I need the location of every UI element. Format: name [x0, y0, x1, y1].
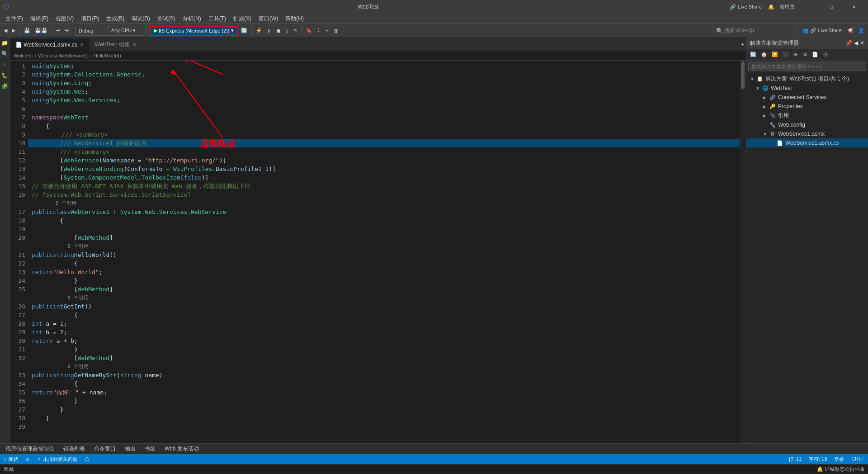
taskbar-start[interactable]: 发就	[4, 466, 14, 473]
status-errors[interactable]: ✓ 未找到相关问题	[37, 456, 78, 463]
tab-webtest-close[interactable]: ✕	[132, 42, 136, 47]
toolbar-btn-bk3[interactable]: ⤷	[323, 27, 331, 34]
close-button[interactable]: ✕	[844, 0, 864, 14]
toolbar-btn-stop[interactable]: ⏹	[274, 27, 283, 34]
sol-filter-icon[interactable]: 🔽	[770, 51, 780, 58]
menu-item-tools[interactable]: 工具(T)	[205, 14, 230, 24]
taskbar-notif[interactable]: 🔔 沪城动态公告尘曲	[817, 466, 864, 473]
send-feedback-icon[interactable]: 📢	[845, 27, 855, 34]
toolbar-btn-over[interactable]: ↷	[291, 27, 299, 34]
tab-webservice-close[interactable]: ✕	[80, 42, 84, 47]
activity-git-icon[interactable]: ⑂	[1, 61, 9, 69]
menu-item-analyze[interactable]: 分析(N)	[179, 14, 205, 24]
refresh-btn[interactable]: 🔄	[239, 27, 249, 34]
toolbar-btn-pause[interactable]: ⏸	[265, 27, 274, 34]
bottom-tab-nuget[interactable]: 程序包管理器控制台	[2, 444, 58, 454]
toolbar-btn-bk4[interactable]: 🗑	[332, 27, 340, 34]
menu-item-help[interactable]: 帮助(H)	[282, 14, 307, 24]
tree-item-properties[interactable]: ▶ 🔑 Properties	[746, 102, 868, 111]
code-line-23: return "Hello World";	[28, 268, 740, 276]
code-line-3: using System.Linq;	[28, 79, 740, 87]
breadcrumb-member[interactable]: HelloWorld()	[94, 53, 121, 58]
tab-webservice[interactable]: 📄 WebService1.asmx.cs ✕	[10, 38, 90, 51]
code-line-8: {	[28, 122, 740, 130]
tab-new-btn[interactable]: +	[740, 38, 746, 51]
toolbar-sep-6	[301, 26, 302, 35]
solution-search-input[interactable]	[748, 62, 866, 71]
manage-button[interactable]: 管理员	[778, 3, 797, 11]
tree-item-webtest[interactable]: ▼ 🌐 WebTest	[746, 84, 868, 93]
sol-collapse-icon[interactable]: ⬛	[781, 51, 791, 58]
maximize-button[interactable]: □	[821, 0, 842, 14]
tree-item-webconfig[interactable]: ▶ 🔧 Web.config	[746, 120, 868, 129]
editor-scrollbar[interactable]	[740, 61, 746, 443]
toolbar-redo-btn[interactable]: ↪	[63, 27, 71, 34]
debug-mode-dropdown[interactable]: Debug	[75, 26, 107, 36]
scrollbar-thumb[interactable]	[741, 62, 745, 89]
menu-item-project[interactable]: 项目(P)	[77, 14, 103, 24]
tree-item-webservice-asmx[interactable]: ▼ ⚙ WebService1.asmx	[746, 129, 868, 138]
notifications-icon[interactable]: 🔔	[766, 3, 776, 11]
toolbar-btn-attach[interactable]: ⚡	[254, 27, 264, 34]
sol-sync-icon[interactable]: 🔄	[748, 51, 758, 58]
breadcrumb-file[interactable]: WebTest.WebService1	[38, 53, 88, 58]
toolbar-saveall-btn[interactable]: 💾💾	[33, 27, 49, 34]
toolbar-btn-bk2[interactable]: ⤸	[315, 27, 322, 34]
status-linter-icon[interactable]: ⬡	[85, 456, 90, 462]
manage-profile-icon[interactable]: 👤	[856, 27, 866, 34]
ln-10: 10	[12, 139, 25, 147]
run-icon: ▶	[154, 28, 157, 33]
toolbar-save-btn[interactable]: 💾	[22, 27, 32, 34]
toolbar-fwd-btn[interactable]: ▶	[10, 27, 17, 34]
activity-search-icon[interactable]: 🔍	[1, 50, 9, 58]
ln-7: 7	[12, 113, 25, 122]
platform-dropdown[interactable]: Any CPU ▾	[108, 26, 144, 36]
menu-item-file[interactable]: 文件(F)	[2, 14, 27, 24]
menu-item-debug[interactable]: 调试(D)	[128, 14, 154, 24]
run-button[interactable]: ▶ IIS Express (Microsoft Edge (2)) ▾	[149, 26, 238, 36]
menu-item-edit[interactable]: 编辑(E)	[27, 14, 52, 24]
code-editor[interactable]: using System; using System.Collections.G…	[28, 61, 740, 443]
menu-item-test[interactable]: 测试(S)	[154, 14, 179, 24]
sol-new-icon[interactable]: 📄	[810, 51, 820, 58]
bottom-tab-output[interactable]: 输出	[121, 444, 139, 454]
toolbar-back-btn[interactable]: ◀	[2, 27, 9, 34]
toolbar-undo-btn[interactable]: ↩	[54, 27, 62, 34]
activity-explorer-icon[interactable]: 📁	[1, 39, 9, 47]
tree-item-webservice-cs[interactable]: ▶ 📄 WebService1.asmx.cs	[746, 138, 868, 147]
menu-item-window[interactable]: 窗口(W)	[255, 14, 282, 24]
tab-webtest-overview[interactable]: WebTest: 概述 ✕	[90, 38, 142, 51]
pin-icon[interactable]: 📌	[845, 40, 852, 46]
activity-extensions-icon[interactable]: 🧩	[1, 82, 9, 90]
toolbar-sep-3	[73, 26, 73, 35]
search-box[interactable]: 🔍 搜索 (Ctrl+Q)	[713, 26, 794, 35]
tree-item-solution[interactable]: ▼ 📋 解决方案 'WebTest'(1 项目/共 1 个)	[746, 74, 868, 84]
sol-home-icon[interactable]: 🏠	[759, 51, 769, 58]
solution-explorer-header: 解决方案资源管理器 📌 ◀ ✕	[746, 37, 868, 49]
status-branch[interactable]: ⑂ 发就	[4, 456, 18, 463]
sol-props-icon[interactable]: ⚙	[801, 51, 809, 58]
sol-preview-icon[interactable]: 👁	[792, 51, 800, 58]
live-share-toolbar-btn[interactable]: 👥 🔗 Live Share	[799, 27, 844, 34]
ln-20b	[12, 242, 25, 251]
live-share-button[interactable]: 🔗 Live Share	[727, 3, 764, 11]
bottom-tab-web-publish[interactable]: Web 发布活动	[161, 444, 203, 454]
bottom-tab-command[interactable]: 命令窗口	[90, 444, 119, 454]
menu-item-build[interactable]: 生成(B)	[103, 14, 128, 24]
menu-item-extensions[interactable]: 扩展(X)	[230, 14, 255, 24]
tree-item-references[interactable]: ▶ 📎 引用	[746, 111, 868, 120]
ln-38: 38	[12, 414, 25, 422]
menu-item-view[interactable]: 视图(V)	[52, 14, 77, 24]
breadcrumb-project[interactable]: WebTest	[14, 53, 33, 58]
activity-debug-icon[interactable]: 🐛	[1, 71, 9, 80]
sol-add-icon[interactable]: ➕	[821, 51, 831, 58]
bottom-tab-errors[interactable]: 错误列表	[60, 444, 89, 454]
tree-item-connected-services[interactable]: ▶ 🔗 Connected Services	[746, 93, 868, 102]
ln-33: 33	[12, 371, 25, 379]
minimize-button[interactable]: ─	[798, 0, 819, 14]
arrow-left-icon[interactable]: ◀	[854, 40, 858, 46]
toolbar-btn-bk1[interactable]: 🔖	[304, 27, 314, 34]
collapse-icon[interactable]: ✕	[860, 40, 864, 46]
bottom-tab-bookmarks[interactable]: 书签	[141, 444, 159, 454]
toolbar-btn-step[interactable]: ⤵	[284, 27, 290, 34]
